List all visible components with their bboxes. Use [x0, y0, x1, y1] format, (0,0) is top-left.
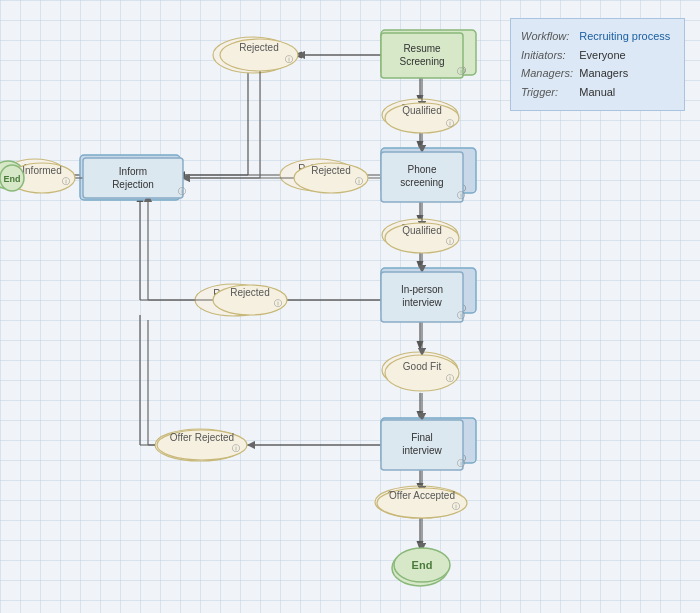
svg-text:Phone: Phone: [408, 164, 437, 175]
svg-text:Rejected: Rejected: [239, 42, 278, 53]
svg-rect-95: [83, 158, 183, 198]
svg-text:ⓘ: ⓘ: [446, 237, 454, 246]
svg-text:Informed: Informed: [22, 165, 61, 176]
svg-text:interview: interview: [402, 297, 442, 308]
end-left-svg: End: [0, 163, 25, 193]
svg-text:ⓘ: ⓘ: [178, 187, 186, 196]
info-box: Workflow: Recruiting process Initiators:…: [510, 18, 685, 111]
initiators-value: Everyone: [579, 46, 674, 65]
svg-text:ⓘ: ⓘ: [452, 502, 460, 511]
svg-text:ⓘ: ⓘ: [355, 177, 363, 186]
svg-text:End: End: [412, 559, 433, 571]
svg-text:ⓘ: ⓘ: [274, 299, 282, 308]
svg-text:In-person: In-person: [401, 284, 443, 295]
svg-text:Good Fit: Good Fit: [403, 361, 442, 372]
svg-text:ⓘ: ⓘ: [285, 55, 293, 64]
svg-text:Inform: Inform: [119, 166, 147, 177]
workflow-label: Workflow:: [521, 27, 579, 46]
svg-text:ⓘ: ⓘ: [457, 191, 465, 200]
workflow-value: Recruiting process: [579, 27, 674, 46]
svg-text:ⓘ: ⓘ: [457, 67, 465, 76]
svg-text:ⓘ: ⓘ: [457, 459, 465, 468]
svg-text:screening: screening: [400, 177, 443, 188]
svg-text:ⓘ: ⓘ: [446, 374, 454, 383]
svg-text:Rejected: Rejected: [230, 287, 269, 298]
svg-text:ⓘ: ⓘ: [446, 119, 454, 128]
svg-text:interview: interview: [402, 445, 442, 456]
svg-text:Offer Rejected: Offer Rejected: [170, 432, 234, 443]
svg-text:End: End: [4, 174, 21, 184]
trigger-label: Trigger:: [521, 83, 579, 102]
svg-text:Rejection: Rejection: [112, 179, 154, 190]
svg-text:Resume: Resume: [403, 43, 441, 54]
svg-text:ⓘ: ⓘ: [232, 444, 240, 453]
svg-text:Screening: Screening: [399, 56, 444, 67]
svg-text:Qualified: Qualified: [402, 105, 441, 116]
trigger-value: Manual: [579, 83, 674, 102]
initiators-label: Initiators:: [521, 46, 579, 65]
svg-text:Offer Accepted: Offer Accepted: [389, 490, 455, 501]
svg-text:Rejected: Rejected: [311, 165, 350, 176]
managers-value: Managers: [579, 64, 674, 83]
managers-label: Managers:: [521, 64, 579, 83]
svg-text:ⓘ: ⓘ: [62, 177, 70, 186]
svg-text:Qualified: Qualified: [402, 225, 441, 236]
svg-text:Final: Final: [411, 432, 433, 443]
svg-text:ⓘ: ⓘ: [457, 311, 465, 320]
